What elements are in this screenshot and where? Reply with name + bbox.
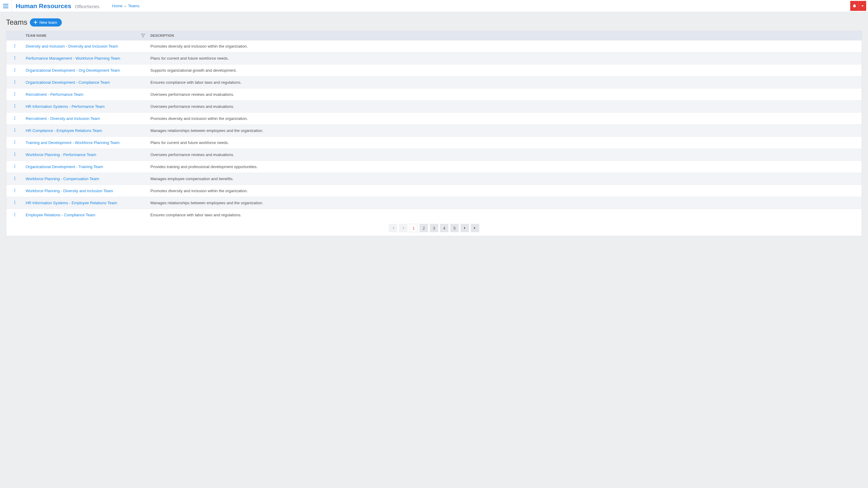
page-first-button	[389, 224, 397, 232]
svg-point-39	[14, 190, 15, 191]
page-header: Teams New team	[6, 18, 862, 27]
chevron-last-icon	[473, 226, 477, 230]
team-description-cell: Ensures compliance with labor laws and r…	[148, 209, 862, 221]
more-vertical-icon[interactable]	[13, 213, 17, 217]
svg-point-31	[14, 155, 15, 156]
page-next-button[interactable]	[461, 224, 469, 232]
table-row: HR Information Systems - Employee Relati…	[6, 197, 862, 209]
svg-point-36	[14, 178, 15, 178]
column-actions-header	[6, 31, 23, 40]
team-description-cell: Supports organizational growth and devel…	[148, 64, 862, 76]
new-team-button[interactable]: New team	[30, 19, 62, 27]
row-actions-cell	[6, 113, 23, 125]
topbar: Human Resources OfficeSeries Home » Team…	[0, 0, 868, 12]
team-link[interactable]: Organizational Development - Training Te…	[26, 164, 103, 169]
more-vertical-icon[interactable]	[13, 176, 17, 181]
team-name-cell: Performance Management - Workforce Plann…	[23, 53, 148, 64]
more-vertical-icon[interactable]	[13, 128, 17, 132]
more-vertical-icon[interactable]	[13, 80, 17, 84]
teams-table: Team Name Description Diversity and Incl…	[6, 31, 862, 221]
more-vertical-icon[interactable]	[13, 68, 17, 72]
plus-icon	[33, 20, 38, 24]
svg-point-37	[14, 179, 15, 180]
team-link[interactable]: Workforce Planning - Performance Team	[26, 153, 96, 157]
chevron-left-icon	[401, 226, 405, 230]
column-description-header[interactable]: Description	[148, 31, 862, 40]
filter-icon[interactable]	[141, 34, 145, 38]
team-link[interactable]: Employee Relations - Compliance Team	[26, 213, 95, 217]
more-vertical-icon[interactable]	[13, 152, 17, 156]
more-vertical-icon[interactable]	[13, 104, 17, 108]
more-vertical-icon[interactable]	[13, 92, 17, 96]
pagination: 12345	[6, 221, 862, 236]
menu-button[interactable]	[0, 0, 11, 12]
more-vertical-icon[interactable]	[13, 188, 17, 193]
team-link[interactable]: HR Compliance - Employee Relations Team	[26, 128, 102, 133]
column-name-label: Team Name	[26, 34, 46, 37]
row-actions-cell	[6, 185, 23, 197]
notifications-dropdown-button[interactable]	[859, 1, 866, 11]
team-link[interactable]: Organizational Development - Org Develop…	[26, 68, 120, 73]
more-vertical-icon[interactable]	[13, 200, 17, 204]
notifications-button[interactable]	[850, 1, 859, 11]
more-vertical-icon[interactable]	[13, 44, 17, 48]
row-actions-cell	[6, 173, 23, 185]
page-number-button[interactable]: 4	[440, 224, 448, 232]
new-team-label: New team	[39, 20, 57, 25]
page-number-button[interactable]: 1	[409, 224, 418, 232]
breadcrumb-home[interactable]: Home	[112, 4, 123, 8]
svg-point-8	[14, 68, 15, 69]
team-link[interactable]: Training and Development - Workforce Pla…	[26, 140, 120, 145]
team-name-cell: Organizational Development - Compliance …	[23, 76, 148, 89]
team-link[interactable]: Diversity and Inclusion - Diversity and …	[26, 44, 118, 48]
svg-point-14	[14, 92, 15, 93]
svg-point-11	[14, 80, 15, 81]
team-link[interactable]: Recruitment - Performance Team	[26, 92, 83, 97]
team-link[interactable]: Performance Management - Workforce Plann…	[26, 56, 120, 61]
team-link[interactable]: Organizational Development - Compliance …	[26, 80, 110, 85]
team-link[interactable]: Workforce Planning - Diversity and Inclu…	[26, 189, 113, 193]
table-row: HR Compliance - Employee Relations TeamM…	[6, 125, 862, 137]
team-description-cell: Promotes diversity and inclusion within …	[148, 113, 862, 125]
team-link[interactable]: Recruitment - Diversity and Inclusion Te…	[26, 116, 100, 121]
table-row: Organizational Development - Training Te…	[6, 161, 862, 173]
page-last-button[interactable]	[471, 224, 479, 232]
column-description-label: Description	[150, 34, 174, 37]
table-row: Organizational Development - Compliance …	[6, 76, 862, 89]
team-name-cell: Employee Relations - Compliance Team	[23, 209, 148, 221]
column-name-header[interactable]: Team Name	[23, 31, 148, 40]
svg-point-17	[14, 104, 15, 105]
page-number-button[interactable]: 5	[450, 224, 459, 232]
more-vertical-icon[interactable]	[13, 116, 17, 120]
svg-point-26	[14, 140, 15, 141]
team-description-cell: Plans for current and future workforce n…	[148, 137, 862, 149]
team-name-cell: HR Compliance - Employee Relations Team	[23, 125, 148, 137]
topbar-actions	[850, 1, 866, 11]
table-row: Organizational Development - Org Develop…	[6, 64, 862, 76]
row-actions-cell	[6, 89, 23, 101]
breadcrumb-current[interactable]: Teams	[128, 4, 140, 8]
breadcrumb-separator-icon: »	[124, 4, 126, 8]
more-vertical-icon[interactable]	[13, 56, 17, 60]
svg-point-10	[14, 71, 15, 71]
svg-point-46	[14, 216, 15, 216]
svg-point-20	[14, 116, 15, 117]
more-vertical-icon[interactable]	[13, 140, 17, 144]
svg-point-40	[14, 191, 15, 192]
caret-down-icon	[861, 4, 864, 7]
svg-point-9	[14, 70, 15, 70]
team-link[interactable]: Workforce Planning - Compensation Team	[26, 176, 99, 181]
svg-point-35	[14, 176, 15, 177]
team-link[interactable]: HR Information Systems - Performance Tea…	[26, 104, 104, 109]
table-row: Workforce Planning - Performance TeamOve…	[6, 149, 862, 161]
more-vertical-icon[interactable]	[13, 164, 17, 168]
breadcrumb: Home » Teams	[112, 4, 140, 8]
page-number-button[interactable]: 2	[420, 224, 428, 232]
svg-point-19	[14, 107, 15, 107]
team-link[interactable]: HR Information Systems - Employee Relati…	[26, 201, 117, 205]
svg-point-30	[14, 154, 15, 155]
team-name-cell: Workforce Planning - Diversity and Inclu…	[23, 185, 148, 197]
svg-point-15	[14, 94, 15, 94]
page-number-button[interactable]: 3	[430, 224, 438, 232]
team-name-cell: HR Information Systems - Employee Relati…	[23, 197, 148, 209]
